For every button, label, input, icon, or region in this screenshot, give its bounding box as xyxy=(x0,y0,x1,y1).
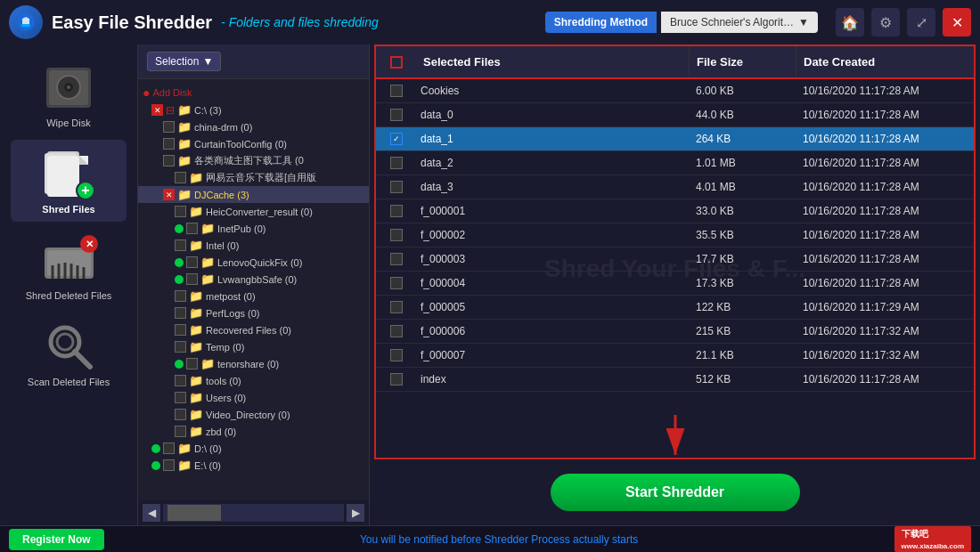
home-button[interactable]: 🏠 xyxy=(836,8,864,37)
file-checkbox[interactable] xyxy=(390,109,403,121)
tree-item[interactable]: 📁 HeicConverter_result (0) xyxy=(138,203,369,220)
tree-checkbox[interactable] xyxy=(175,409,186,420)
row-check[interactable]: ✓ xyxy=(376,127,416,150)
tree-item[interactable]: 📁 metpost (0) xyxy=(138,288,369,304)
sidebar-item-shred-deleted[interactable]: ✕ Shred Deleted Files xyxy=(11,226,127,308)
tree-item[interactable]: 📁 china-drm (0) xyxy=(138,118,369,135)
table-row[interactable]: f_000005 122 KB 10/16/2020 11:17:29 AM xyxy=(376,296,974,320)
tree-checkbox[interactable] xyxy=(186,223,198,234)
tree-item[interactable]: 📁 LvwangbbSafe (0) xyxy=(138,271,369,288)
tree-checkbox[interactable]: ✕ xyxy=(151,104,163,116)
add-disk-item[interactable]: ● Add Disk xyxy=(138,84,369,101)
tree-checkbox[interactable] xyxy=(175,307,186,319)
table-row[interactable]: f_000006 215 KB 10/16/2020 11:17:32 AM xyxy=(376,320,974,344)
row-check[interactable] xyxy=(376,151,416,175)
file-checkbox[interactable] xyxy=(390,181,403,193)
tree-checkbox[interactable] xyxy=(186,256,198,268)
tree-checkbox[interactable] xyxy=(175,239,186,251)
row-check[interactable] xyxy=(376,175,416,199)
table-row[interactable]: f_000004 17.3 KB 10/16/2020 11:17:28 AM xyxy=(376,272,974,296)
table-row[interactable]: f_000002 35.5 KB 10/16/2020 11:17:28 AM xyxy=(376,223,974,248)
file-checkbox[interactable]: ✓ xyxy=(390,133,403,145)
scroll-thumb[interactable] xyxy=(167,505,221,521)
scroll-left[interactable]: ◀ xyxy=(143,504,160,522)
tree-item[interactable]: 📁 Users (0) xyxy=(138,389,369,406)
row-check[interactable] xyxy=(376,368,416,391)
shredding-method-select[interactable]: Bruce Schneier's Algorit… ▼ xyxy=(661,12,818,33)
row-check[interactable] xyxy=(376,79,416,102)
tree-item[interactable]: 📁 各类商城主图下载工具 (0 xyxy=(138,152,369,169)
tree-checkbox[interactable] xyxy=(175,206,186,217)
file-checkbox[interactable] xyxy=(390,157,403,169)
file-checkbox[interactable] xyxy=(390,205,403,217)
tree-checkbox[interactable] xyxy=(175,290,186,302)
tree-item[interactable]: 📁 Temp (0) xyxy=(138,338,369,355)
tree-checkbox[interactable] xyxy=(175,172,186,183)
register-now-button[interactable]: Register Now xyxy=(9,529,104,550)
row-check[interactable] xyxy=(376,248,416,271)
tree-item[interactable]: 📁 Intel (0) xyxy=(138,237,369,254)
tree-item[interactable]: 📁 tenorshare (0) xyxy=(138,355,369,372)
file-checkbox[interactable] xyxy=(390,277,403,289)
row-check[interactable] xyxy=(376,103,416,126)
tree-checkbox[interactable] xyxy=(163,442,175,454)
tree-checkbox[interactable]: ✕ xyxy=(163,189,175,200)
sidebar-item-scan-deleted[interactable]: Scan Deleted Files xyxy=(11,313,127,394)
tree-checkbox[interactable] xyxy=(163,138,175,150)
table-row[interactable]: Cookies 6.00 KB 10/16/2020 11:17:28 AM xyxy=(376,79,974,103)
row-check[interactable] xyxy=(376,320,416,343)
table-row[interactable]: data_0 44.0 KB 10/16/2020 11:17:28 AM xyxy=(376,103,974,127)
close-button[interactable]: ✕ xyxy=(943,8,971,37)
tree-checkbox[interactable] xyxy=(175,375,186,386)
scroll-right[interactable]: ▶ xyxy=(347,504,364,522)
start-shredder-button[interactable]: Start Shredder xyxy=(551,474,800,511)
table-row[interactable]: f_000007 21.1 KB 10/16/2020 11:17:32 AM xyxy=(376,344,974,368)
table-row[interactable]: index 512 KB 10/16/2020 11:17:28 AM xyxy=(376,368,974,392)
scroll-track[interactable] xyxy=(163,504,344,522)
tree-item[interactable]: ✕ ⊟ 📁 C:\ (3) xyxy=(138,101,369,118)
tree-item[interactable]: ✕ 📁 DJCache (3) xyxy=(138,186,369,203)
file-checkbox[interactable] xyxy=(390,325,403,337)
selection-dropdown[interactable]: Selection ▼ xyxy=(147,52,221,71)
tree-item[interactable]: 📁 PerfLogs (0) xyxy=(138,304,369,321)
row-check[interactable] xyxy=(376,344,416,367)
tree-item[interactable]: 📁 E:\ (0) xyxy=(138,457,369,474)
tree-checkbox[interactable] xyxy=(163,121,175,133)
tree-item[interactable]: 📁 网易云音乐下载器[自用版 xyxy=(138,169,369,186)
tree-checkbox[interactable] xyxy=(175,324,186,336)
tree-item[interactable]: 📁 D:\ (0) xyxy=(138,440,369,457)
tree-item[interactable]: 📁 CurtainToolConfig (0) xyxy=(138,135,369,152)
file-checkbox[interactable] xyxy=(390,349,403,361)
tree-checkbox[interactable] xyxy=(163,155,175,166)
row-check[interactable] xyxy=(376,272,416,295)
table-row[interactable]: f_000003 17.7 KB 10/16/2020 11:17:28 AM xyxy=(376,248,974,272)
tree-checkbox[interactable] xyxy=(186,273,198,285)
tree-item[interactable]: 📁 tools (0) xyxy=(138,372,369,389)
tree-checkbox[interactable] xyxy=(163,459,175,471)
file-checkbox[interactable] xyxy=(390,373,403,386)
tree-item[interactable]: 📁 Video_Directory (0) xyxy=(138,406,369,423)
tree-item[interactable]: 📁 LenovoQuickFix (0) xyxy=(138,254,369,271)
resize-button[interactable]: ⤢ xyxy=(907,8,935,37)
row-check[interactable] xyxy=(376,223,416,247)
tree-item[interactable]: 📁 InetPub (0) xyxy=(138,220,369,237)
file-checkbox[interactable] xyxy=(390,301,403,313)
table-row[interactable]: data_2 1.01 MB 10/16/2020 11:17:28 AM xyxy=(376,151,974,175)
settings-button[interactable]: ⚙ xyxy=(871,8,900,37)
tree-checkbox[interactable] xyxy=(175,392,186,403)
tree-checkbox[interactable] xyxy=(175,341,186,353)
file-checkbox[interactable] xyxy=(390,85,403,97)
table-row[interactable]: ✓ data_1 264 KB 10/16/2020 11:17:28 AM xyxy=(376,127,974,151)
file-checkbox[interactable] xyxy=(390,253,403,265)
table-row[interactable]: f_000001 33.0 KB 10/16/2020 11:17:28 AM xyxy=(376,199,974,223)
table-row[interactable]: data_3 4.01 MB 10/16/2020 11:17:28 AM xyxy=(376,175,974,199)
sidebar-item-shred-files[interactable]: + Shred Files xyxy=(11,140,127,222)
sidebar-item-wipe-disk[interactable]: Wipe Disk xyxy=(11,53,127,135)
file-checkbox[interactable] xyxy=(390,229,403,241)
tree-checkbox[interactable] xyxy=(175,426,186,437)
tree-item[interactable]: 📁 Recovered Files (0) xyxy=(138,321,369,338)
tree-checkbox[interactable] xyxy=(186,358,198,369)
header-checkbox[interactable] xyxy=(390,56,403,69)
row-check[interactable] xyxy=(376,199,416,223)
row-check[interactable] xyxy=(376,296,416,319)
